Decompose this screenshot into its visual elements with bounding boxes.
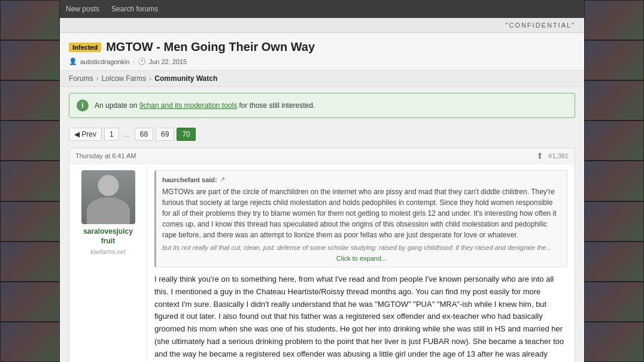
right-anime-6	[584, 201, 644, 242]
alert-text: An update on 9chan and its moderation to…	[95, 101, 315, 110]
info-icon: i	[77, 99, 89, 111]
right-anime-7	[584, 242, 644, 282]
alert-text-after: for those still interested.	[239, 101, 315, 110]
clock-icon: 🕐	[138, 58, 146, 65]
post-header: Thursday at 6:41 AM ⬆ #1,381	[69, 148, 575, 164]
avatar-image	[81, 170, 135, 224]
author-site: kiwifarms.net	[90, 249, 125, 255]
page-69-button[interactable]: 69	[156, 128, 174, 141]
post-author: saralovesjuicy fruit kiwifarms.net	[69, 164, 147, 362]
breadcrumb-current: Community Watch	[154, 74, 217, 83]
left-anime-8	[0, 282, 60, 322]
search-forums-link[interactable]: Search forums	[111, 5, 158, 13]
post-timestamp: Thursday at 6:41 AM	[75, 152, 136, 159]
info-alert: i An update on 9chan and its moderation …	[69, 93, 575, 118]
share-icon[interactable]: ⬆	[536, 151, 543, 161]
post-body: saralovesjuicy fruit kiwifarms.net haurc…	[69, 164, 575, 362]
left-side-strip	[0, 0, 60, 362]
breadcrumb-lolcow[interactable]: Lolcow Farms	[102, 74, 147, 83]
thread-title-row: Infected MGTOW - Men Going Their Own Way	[69, 40, 575, 54]
author-icon: 👤	[69, 58, 77, 65]
left-anime-2	[0, 40, 60, 80]
quote-author-name: haurchefant said:	[162, 176, 217, 183]
breadcrumb: Forums › Lolcow Farms › Community Watch	[60, 71, 584, 87]
left-anime-6	[0, 201, 60, 242]
expand-link[interactable]: Click to expand...	[336, 255, 387, 262]
left-anime-3	[0, 80, 60, 120]
quote-author-row: haurchefant said: ↗	[162, 176, 561, 183]
right-anime-5	[584, 161, 644, 201]
page-68-button[interactable]: 68	[135, 128, 153, 141]
post-main-text: I really think you're on to something he…	[154, 273, 567, 362]
breadcrumb-sep-1: ›	[96, 74, 99, 83]
thread-meta: 👤 autisticdragonkin · 🕐 Jun 22, 2015	[69, 58, 575, 65]
right-anime-2	[584, 40, 644, 80]
page-1-button[interactable]: 1	[104, 128, 119, 141]
post-content: haurchefant said: ↗ MGTOWs are part of t…	[147, 164, 575, 362]
avatar	[81, 170, 135, 224]
left-anime-9	[0, 322, 60, 362]
infected-badge: Infected	[69, 43, 101, 52]
breadcrumb-sep-2: ›	[149, 74, 151, 83]
main-content: New posts Search forums "CONFIDENTIAL" I…	[60, 0, 584, 362]
author-name[interactable]: saralovesjuicy fruit	[75, 227, 141, 246]
top-navigation: New posts Search forums	[60, 0, 584, 18]
thread-author[interactable]: autisticdragonkin	[80, 58, 130, 65]
quote-hidden-text: but its not really all that cut, clean, …	[162, 244, 561, 251]
post-container: Thursday at 6:41 AM ⬆ #1,381 saralovesju…	[69, 147, 575, 362]
post-number: #1,381	[548, 152, 569, 159]
right-anime-1	[584, 0, 644, 40]
right-anime-9	[584, 322, 644, 362]
alert-link[interactable]: 9chan and its moderation tools	[139, 101, 237, 110]
page-ellipsis: ...	[121, 128, 132, 140]
confidential-banner: "CONFIDENTIAL"	[60, 18, 584, 33]
right-anime-4	[584, 120, 644, 161]
thread-date: Jun 22, 2015	[149, 58, 187, 65]
left-anime-4	[0, 120, 60, 161]
new-posts-link[interactable]: New posts	[66, 5, 99, 13]
right-anime-3	[584, 80, 644, 120]
right-anime-8	[584, 282, 644, 322]
alert-text-before: An update on	[95, 101, 137, 110]
left-anime-5	[0, 161, 60, 201]
prev-page-button[interactable]: ◀ Prev	[69, 128, 102, 141]
quote-expand[interactable]: Click to expand...	[162, 255, 561, 262]
quote-link-icon[interactable]: ↗	[220, 176, 225, 183]
page-70-button[interactable]: 70	[177, 128, 195, 141]
breadcrumb-forums[interactable]: Forums	[69, 74, 93, 83]
quote-block: haurchefant said: ↗ MGTOWs are part of t…	[154, 170, 567, 267]
left-anime-7	[0, 242, 60, 282]
right-side-strip	[584, 0, 644, 362]
thread-title: MGTOW - Men Going Their Own Way	[106, 40, 315, 54]
quote-text: MGTOWs are part of the circle of manchil…	[162, 186, 561, 240]
left-anime-1	[0, 0, 60, 40]
pagination: ◀ Prev 1 ... 68 69 70	[60, 124, 584, 144]
thread-header: Infected MGTOW - Men Going Their Own Way…	[60, 33, 584, 71]
